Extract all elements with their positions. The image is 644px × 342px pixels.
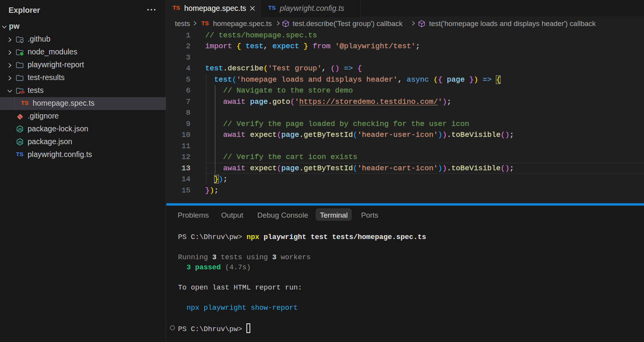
svg-text:JS: JS [18,140,22,144]
svg-text:JS: JS [18,127,22,131]
svg-text:</>: </> [19,90,24,94]
